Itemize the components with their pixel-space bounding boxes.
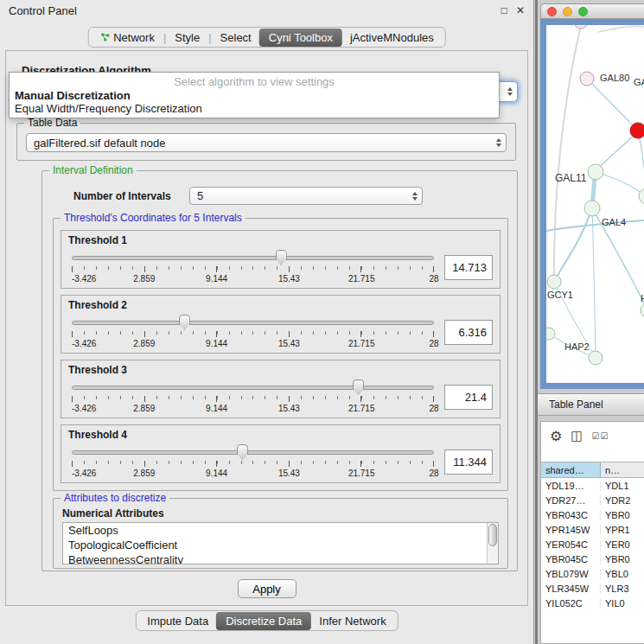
table-row[interactable]: YBR045C YBR0	[541, 552, 644, 566]
slider-thumb[interactable]	[353, 379, 364, 395]
network-view-frame: GAL80 GA GAL11 GAL4 GCY1 H HAP2	[540, 19, 644, 389]
network-canvas[interactable]: GAL80 GA GAL11 GAL4 GCY1 H HAP2	[546, 25, 644, 383]
cell[interactable]: YBR0	[601, 510, 644, 520]
node-label-gcy1[interactable]: GCY1	[547, 290, 573, 300]
slider-track[interactable]	[72, 450, 434, 455]
network-window-titlebar[interactable]	[540, 3, 644, 19]
threshold-4-value-field[interactable]: 11.344	[444, 450, 493, 475]
threshold-1-value-field[interactable]: 14.713	[444, 255, 493, 280]
threshold-1-box: Threshold 1 -3.426 2.859 9.144 15.43	[61, 230, 501, 289]
tab-label: Infer Network	[319, 615, 386, 628]
threshold-1-slider[interactable]: -3.426 2.859 9.144 15.43 21.715 28	[72, 248, 434, 286]
column-header-name[interactable]: n…	[601, 462, 644, 477]
list-scrollbar[interactable]	[487, 523, 498, 564]
node-label-partial[interactable]: GA	[634, 77, 644, 87]
tab-style[interactable]: Style	[167, 29, 207, 46]
scrollbar-thumb[interactable]	[488, 524, 497, 546]
cell[interactable]: YBR0	[601, 554, 644, 564]
table-row[interactable]: YBL079W YBL0	[541, 566, 644, 581]
tick-label: 28	[429, 339, 438, 348]
threshold-4-label: Threshold 4	[68, 429, 493, 441]
cell[interactable]: YDR27…	[541, 495, 601, 506]
threshold-2-slider[interactable]: -3.426 2.859 9.144 15.43 21.715 28	[72, 313, 434, 351]
table-row[interactable]: YDR27… YDR2	[541, 493, 644, 507]
slider-thumb[interactable]	[237, 444, 248, 460]
cell[interactable]: YPR145W	[541, 525, 601, 535]
table-row[interactable]: YER054C YER0	[541, 537, 644, 552]
list-item[interactable]: BetweennessCentrality	[63, 552, 498, 564]
table-row[interactable]: YBR043C YBR0	[541, 507, 644, 522]
combobox-arrows-icon	[412, 192, 418, 201]
apply-button[interactable]: Apply	[238, 579, 296, 598]
tab-jactivemnodules[interactable]: jActiveMNodules	[342, 29, 442, 46]
thresholds-group-title: Threshold's Coordinates for 5 Intervals	[61, 212, 245, 224]
tick-label: -3.426	[72, 469, 96, 478]
node-label-gal4[interactable]: GAL4	[602, 217, 626, 227]
table-row[interactable]: YLR345W YLR3	[541, 581, 644, 596]
tab-discretize-data[interactable]: Discretize Data	[216, 612, 311, 630]
slider-track[interactable]	[72, 256, 434, 260]
table-row[interactable]: YIL052C YIL0	[541, 596, 644, 610]
cell[interactable]: YBL0	[601, 569, 644, 579]
slider-track[interactable]	[72, 321, 434, 325]
attributes-group-title: Attributes to discretize	[61, 492, 169, 504]
cell[interactable]: YIL0	[601, 598, 644, 609]
interval-definition-title: Interval Definition	[49, 164, 137, 176]
node-label-partial[interactable]: H	[641, 293, 644, 303]
close-icon[interactable]: ✕	[516, 4, 525, 16]
cell[interactable]: YER0	[601, 539, 644, 550]
table-data-combobox[interactable]: galFiltered.sif default node	[26, 133, 507, 152]
combobox-arrows-icon	[496, 138, 501, 147]
cell[interactable]: YDL19…	[541, 481, 601, 491]
slider-tick-labels: -3.426 2.859 9.144 15.43 21.715 28	[72, 339, 434, 349]
node-label-gal80[interactable]: GAL80	[600, 73, 629, 83]
cell[interactable]: YPR1	[601, 525, 644, 535]
slider-track[interactable]	[72, 386, 434, 390]
columns-icon[interactable]: ◫	[571, 428, 583, 443]
cell[interactable]: YDL1	[601, 481, 644, 491]
list-item[interactable]: SelfLoops	[63, 523, 498, 538]
threshold-2-value-field[interactable]: 6.316	[444, 320, 493, 345]
cell[interactable]: YER054C	[541, 539, 601, 550]
table-panel: ⚙ ◫ ☑☑ shared… n… YDL19… YDL1 YDR27… YDR…	[540, 421, 644, 644]
cell[interactable]: YIL052C	[541, 598, 601, 609]
cell[interactable]: YBL079W	[541, 569, 601, 579]
slider-thumb[interactable]	[276, 250, 287, 265]
cell[interactable]: YBR045C	[541, 554, 601, 564]
tick-label: 9.144	[206, 339, 227, 348]
select-checkboxes-icon[interactable]: ☑☑	[592, 431, 609, 441]
slider-tick-labels: -3.426 2.859 9.144 15.43 21.715 28	[72, 274, 434, 284]
table-row[interactable]: YPR145W YPR1	[541, 522, 644, 537]
list-item[interactable]: TopologicalCoefficient	[63, 538, 498, 552]
column-header-shared-name[interactable]: shared…	[541, 462, 601, 477]
cell[interactable]: YDR2	[601, 495, 644, 506]
tab-infer-network[interactable]: Infer Network	[311, 613, 393, 629]
table-row[interactable]: YDL19… YDL1	[541, 478, 644, 493]
control-panel-tabstrip: Network | Style | Select Cyni Toolbox jA…	[87, 27, 446, 48]
cell[interactable]: YLR345W	[541, 583, 601, 594]
tab-cyni-toolbox[interactable]: Cyni Toolbox	[259, 29, 342, 47]
slider-thumb[interactable]	[179, 315, 190, 330]
close-traffic-light-icon[interactable]	[547, 7, 557, 16]
cell[interactable]: YBR043C	[541, 510, 601, 520]
window-title: Control Panel	[9, 4, 77, 17]
tab-select[interactable]: Select	[213, 29, 259, 46]
threshold-3-slider[interactable]: -3.426 2.859 9.144 15.43 21.715 28	[72, 378, 434, 416]
threshold-4-slider[interactable]: -3.426 2.859 9.144 15.43 21.715 28	[72, 443, 434, 481]
float-window-icon[interactable]: □	[501, 4, 507, 16]
gear-icon[interactable]: ⚙	[550, 428, 562, 444]
tick-label: 2.859	[133, 339, 155, 348]
dropdown-option-equal-width-frequency[interactable]: Equal Width/Frequency Discretization	[10, 102, 499, 115]
node-label-hap2[interactable]: HAP2	[564, 341, 590, 352]
threshold-3-value-field[interactable]: 21.4	[444, 385, 493, 410]
number-of-intervals-combobox[interactable]: 5	[189, 187, 423, 205]
tick-label: 2.859	[133, 404, 155, 413]
tick-label: 15.43	[278, 469, 300, 478]
tab-network[interactable]: Network	[92, 29, 163, 46]
dropdown-option-manual-discretization[interactable]: Manual Discretization	[10, 89, 499, 102]
cell[interactable]: YLR3	[601, 583, 644, 594]
minimize-traffic-light-icon[interactable]	[563, 7, 572, 16]
zoom-traffic-light-icon[interactable]	[578, 7, 588, 16]
node-label-gal11[interactable]: GAL11	[555, 172, 586, 184]
tab-impute-data[interactable]: Impute Data	[139, 613, 216, 629]
